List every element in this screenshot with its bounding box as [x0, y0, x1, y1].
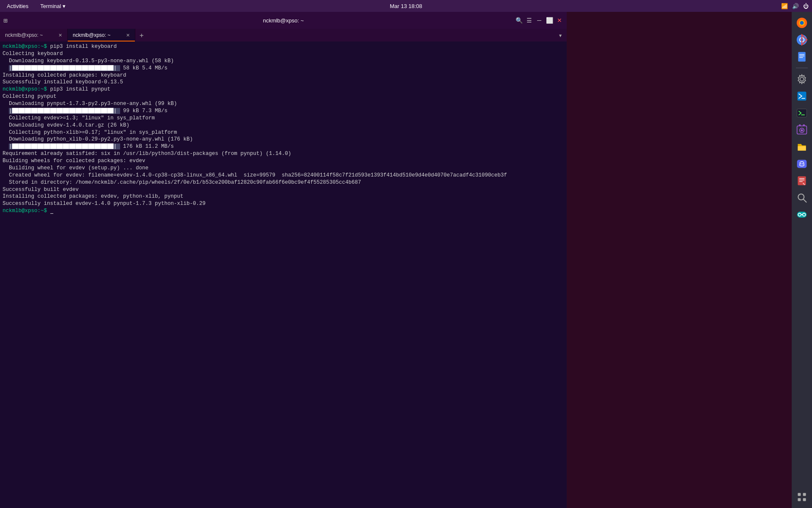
dock-arduino[interactable]	[794, 207, 809, 222]
svg-point-10	[800, 77, 804, 81]
tab-2-close[interactable]: ✕	[126, 33, 130, 38]
dock-firefox[interactable]	[794, 15, 809, 30]
svg-point-19	[801, 129, 803, 131]
svg-point-22	[801, 163, 802, 165]
svg-rect-7	[799, 54, 804, 55]
tab-2-label: nckmlb@xpso: ~	[73, 32, 110, 38]
svg-rect-16	[799, 124, 801, 126]
tab-expand-button[interactable]: ▾	[554, 29, 567, 41]
new-tab-button[interactable]: +	[135, 29, 148, 41]
svg-point-2	[800, 21, 804, 25]
topbar: Activities Terminal ▾ Mar 13 18:08 📶 🔊 ⏻	[0, 0, 812, 12]
dock-separator-1	[796, 68, 808, 68]
svg-rect-35	[803, 493, 806, 496]
terminal-menu-button[interactable]: Terminal ▾	[37, 3, 69, 9]
dock-docs[interactable]	[794, 49, 809, 64]
svg-rect-36	[798, 498, 801, 501]
tab-1-close[interactable]: ✕	[58, 33, 62, 38]
activities-button[interactable]: Activities	[3, 3, 32, 9]
svg-rect-17	[803, 124, 805, 126]
svg-line-29	[804, 199, 807, 202]
terminal-dropdown-icon: ▾	[63, 3, 66, 9]
minimize-button[interactable]: ─	[535, 17, 543, 24]
power-icon: ⏻	[803, 3, 809, 9]
topbar-left: Activities Terminal ▾	[0, 3, 69, 9]
restore-button[interactable]: ⬜	[546, 17, 553, 24]
tab-1-label: nckmlb@xpso: ~	[5, 32, 43, 38]
volume-icon: 🔊	[792, 3, 799, 9]
application-dock	[792, 12, 812, 508]
network-icon: 📶	[781, 3, 788, 9]
terminal-label: Terminal	[40, 3, 61, 9]
dock-chrome[interactable]	[794, 32, 809, 47]
topbar-right: 📶 🔊 ⏻	[781, 3, 812, 9]
dock-screenshot[interactable]	[794, 122, 809, 138]
tab-2[interactable]: nckmlb@xpso: ~ ✕	[68, 29, 135, 41]
svg-rect-9	[799, 57, 803, 58]
svg-rect-37	[803, 498, 806, 501]
dock-show-apps[interactable]	[794, 489, 809, 505]
close-button[interactable]: ✕	[556, 17, 563, 24]
dock-editor[interactable]	[794, 88, 809, 104]
titlebar: ⊞ nckmlb@xpso: ~ 🔍 ☰ ─ ⬜ ✕	[0, 12, 567, 29]
svg-rect-24	[798, 177, 806, 185]
svg-rect-8	[799, 55, 804, 56]
svg-rect-13	[797, 109, 807, 117]
svg-rect-34	[798, 493, 801, 496]
svg-rect-21	[797, 160, 807, 168]
svg-rect-20	[798, 146, 806, 151]
topbar-datetime: Mar 13 18:08	[390, 3, 422, 9]
dock-discord[interactable]	[794, 156, 809, 171]
menubar-toggle-button[interactable]: ☰	[525, 17, 533, 24]
titlebar-title: nckmlb@xpso: ~	[263, 17, 304, 24]
dock-settings[interactable]	[794, 72, 809, 87]
svg-point-23	[802, 163, 804, 165]
dock-files[interactable]	[794, 139, 809, 155]
titlebar-left: ⊞	[3, 17, 8, 25]
svg-rect-6	[798, 52, 806, 62]
terminal-output[interactable]: nckmlb@xpso:~$ pip3 install keyboard Col…	[0, 41, 567, 508]
dock-text-editor[interactable]	[794, 173, 809, 188]
tab-1[interactable]: nckmlb@xpso: ~ ✕	[0, 29, 68, 41]
titlebar-controls: 🔍 ☰ ─ ⬜ ✕	[515, 17, 563, 24]
tabbar: nckmlb@xpso: ~ ✕ nckmlb@xpso: ~ ✕ + ▾	[0, 29, 567, 41]
dock-terminal[interactable]	[794, 105, 809, 121]
terminal-window-icon: ⊞	[3, 17, 8, 25]
dock-search[interactable]	[794, 190, 809, 205]
terminal-window: ⊞ nckmlb@xpso: ~ 🔍 ☰ ─ ⬜ ✕ nckmlb@xpso: …	[0, 12, 567, 508]
search-button[interactable]: 🔍	[515, 17, 523, 24]
